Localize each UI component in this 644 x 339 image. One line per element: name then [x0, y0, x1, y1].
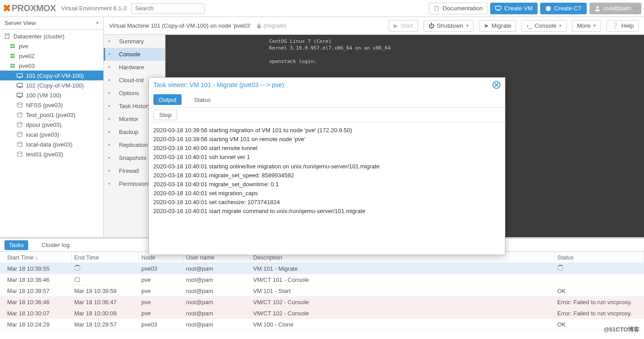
app-header: ✖ PROXMOX Virtual Environment 6.1-3 Docu… — [0, 0, 644, 17]
tab-status[interactable]: Status — [189, 94, 216, 105]
cell-start: Mar 18 10:30:07 — [4, 310, 72, 317]
console-icon: 🖵 — [74, 276, 80, 283]
storage-icon — [16, 151, 23, 158]
create-vm-button[interactable]: Create VM — [490, 3, 538, 14]
tab-output[interactable]: Output — [153, 94, 182, 105]
version-label: Virtual Environment 6.1-3 — [61, 5, 127, 12]
tree-item[interactable]: dpool (pve03) — [0, 120, 103, 130]
menu-item-console[interactable]: •Console — [104, 48, 165, 61]
svg-rect-14 — [17, 84, 22, 87]
col-end[interactable]: End Time — [72, 252, 139, 263]
console-button[interactable]: ›_Console▾ — [521, 20, 567, 32]
menu-item-summary[interactable]: •Summary — [104, 35, 165, 48]
menu-item-hardware[interactable]: •Hardware — [104, 61, 165, 74]
lock-icon — [256, 23, 262, 29]
tree-item[interactable]: test01 (pve03) — [0, 149, 103, 159]
more-button[interactable]: More▾ — [572, 20, 601, 32]
col-start[interactable]: Start Time ↓ — [4, 252, 72, 263]
book-icon — [434, 5, 440, 12]
menu-item-label: Backup — [119, 129, 138, 135]
watermark: @51CTO博客 — [604, 326, 640, 334]
cell-user: root@pam — [183, 299, 250, 306]
cell-status: Error: Failed to run vncproxy. — [555, 299, 644, 306]
close-icon[interactable] — [492, 81, 500, 89]
cell-desc: VM 100 - Clone — [250, 321, 555, 328]
shutdown-button[interactable]: ⏻Shutdown▾ — [424, 20, 474, 32]
task-row[interactable]: Mar 18 10:39:57Mar 18 10:39:59pveroot@pa… — [0, 285, 644, 297]
svg-rect-3 — [5, 34, 9, 39]
svg-rect-10 — [10, 64, 15, 66]
chevron-down-icon: ▾ — [559, 23, 562, 29]
tree-item[interactable]: 102 (Copy-of-VM-100) — [0, 80, 103, 90]
cell-end: 🖵 — [72, 276, 139, 283]
tree-item[interactable]: local-data (pve03) — [0, 139, 103, 149]
terminal-output: CentOS Linux 7 (Core) Kernel 3.10.0-957.… — [269, 38, 639, 65]
svg-point-21 — [17, 132, 22, 134]
tree-item[interactable]: NFSS (pve03) — [0, 100, 103, 110]
search-input[interactable] — [131, 3, 205, 14]
modal-title-text: Task viewer: VM 101 - Migrate (pve03 ---… — [153, 81, 284, 88]
tree-item-label: Test_pool1 (pve03) — [26, 112, 76, 118]
cell-end — [72, 265, 139, 272]
menu-item-label: Replication — [119, 142, 148, 148]
cell-user: root@pam — [183, 276, 250, 283]
menu-item-label: Monitor — [119, 116, 138, 122]
storage-icon — [16, 121, 23, 128]
vm-icon — [16, 92, 23, 99]
tree-item[interactable]: pve — [0, 41, 103, 51]
log-line: 2020-03-18 10:40:01 set migration_caps — [153, 189, 500, 198]
menu-item-label: Console — [119, 51, 140, 58]
cell-desc: VM 101 - Start — [250, 288, 555, 294]
migrate-button[interactable]: ➤Migrate — [479, 20, 516, 32]
cell-user: root@pam — [183, 265, 250, 272]
tasks-icon: • — [108, 103, 114, 109]
svg-rect-0 — [496, 6, 501, 9]
stop-button[interactable]: Stop — [153, 109, 177, 120]
tree-item-label: test01 (pve03) — [26, 151, 63, 158]
create-ct-button[interactable]: Create CT — [540, 3, 586, 14]
col-status[interactable]: Status — [555, 252, 644, 263]
task-row[interactable]: Mar 18 10:30:07Mar 18 10:30:09pveroot@pa… — [0, 308, 644, 319]
view-selector[interactable]: Server View ▾ — [0, 17, 103, 29]
tree-item[interactable]: Datacenter (cluster) — [0, 31, 103, 41]
modal-titlebar[interactable]: Task viewer: VM 101 - Migrate (pve03 ---… — [149, 78, 505, 92]
task-log-output: 2020-03-18 10:39:56 starting migration o… — [149, 122, 505, 255]
user-icon — [594, 5, 601, 12]
tree-item[interactable]: local (pve03) — [0, 130, 103, 139]
tab-cluster-log[interactable]: Cluster log — [37, 240, 74, 250]
tree-item[interactable]: pve02 — [0, 51, 103, 61]
task-row[interactable]: Mar 18 10:39:55pve03root@pamVM 101 - Mig… — [0, 263, 644, 274]
vm-icon — [16, 82, 23, 89]
documentation-button[interactable]: Documentation — [429, 3, 488, 14]
cell-start: Mar 18 10:36:46 — [4, 276, 72, 283]
storage-icon — [16, 131, 23, 138]
spinner-icon — [557, 265, 564, 271]
cell-start: Mar 18 10:39:55 — [4, 265, 72, 272]
tree-item-label: pve — [19, 43, 28, 50]
cell-start: Mar 18 10:39:57 — [4, 288, 72, 294]
svg-rect-12 — [17, 74, 22, 77]
svg-rect-17 — [18, 97, 21, 97]
log-line: 2020-03-18 10:39:56 starting VM 101 on r… — [153, 135, 500, 144]
tree-item-label: local (pve03) — [26, 131, 59, 138]
cell-start: Mar 18 10:36:46 — [4, 299, 72, 306]
task-row[interactable]: Mar 18 10:36:46Mar 18 10:36:47pveroot@pa… — [0, 297, 644, 308]
tree-item[interactable]: Test_pool1 (pve03) — [0, 110, 103, 120]
desktop-icon — [495, 5, 501, 12]
tree-item[interactable]: 101 (Copy-of-VM-100) — [0, 71, 103, 80]
tab-tasks[interactable]: Tasks — [4, 240, 28, 250]
cell-node: pve — [139, 288, 183, 294]
user-menu[interactable]: root@pam ▾ — [589, 3, 641, 14]
start-button[interactable]: ▶Start — [389, 20, 418, 32]
task-row[interactable]: Mar 18 10:24:29Mar 18 10:29:57pve03root@… — [0, 319, 644, 330]
log-line: 2020-03-18 10:39:56 starting migration o… — [153, 126, 500, 135]
tree-item[interactable]: pve03 — [0, 61, 103, 71]
tree-item[interactable]: 100 (VM 100) — [0, 90, 103, 100]
shield-icon: • — [108, 167, 114, 174]
svg-rect-1 — [497, 10, 500, 11]
resource-tree: Datacenter (cluster)pvepve02pve03101 (Co… — [0, 29, 103, 237]
chevron-down-icon: ▾ — [96, 20, 99, 26]
task-row[interactable]: Mar 18 10:36:46🖵pveroot@pamVM/CT 101 - C… — [0, 274, 644, 285]
logo: ✖ PROXMOX — [3, 3, 56, 14]
help-button[interactable]: ❔Help — [606, 20, 639, 32]
